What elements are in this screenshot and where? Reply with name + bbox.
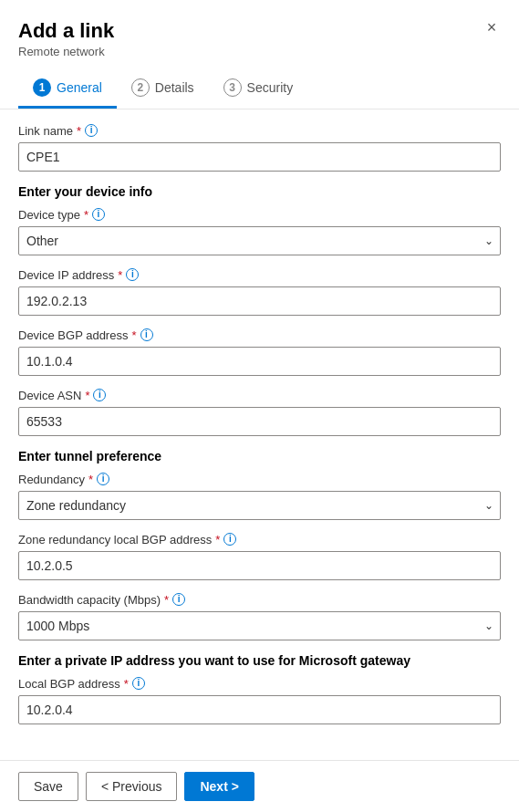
bandwidth-select-wrapper: 500 Mbps 1000 Mbps 2000 Mbps 5000 Mbps ⌄: [18, 611, 501, 640]
tab-security[interactable]: 3 Security: [209, 69, 308, 109]
zone-bgp-label: Zone redundancy local BGP address * i: [18, 533, 501, 547]
dialog-title: Add a link: [18, 18, 501, 45]
zone-bgp-input[interactable]: [18, 551, 501, 580]
device-ip-info-icon[interactable]: i: [126, 268, 139, 281]
required-star-6: *: [88, 473, 93, 486]
required-star-9: *: [124, 677, 129, 691]
tab-details-label: Details: [155, 80, 194, 95]
save-button[interactable]: Save: [18, 772, 78, 801]
required-star-2: *: [84, 208, 88, 222]
bandwidth-field-group: Bandwidth capacity (Mbps) * i 500 Mbps 1…: [18, 593, 501, 640]
device-type-select-wrapper: Other ⌄: [18, 226, 501, 255]
device-ip-input[interactable]: [18, 286, 501, 316]
close-button[interactable]: ×: [479, 15, 504, 40]
dialog-body: Link name * i Enter your device info Dev…: [0, 109, 519, 760]
tab-bar: 1 General 2 Details 3 Security: [18, 69, 501, 109]
device-bgp-field-group: Device BGP address * i: [18, 328, 501, 376]
device-type-field-group: Device type * i Other ⌄: [18, 208, 501, 255]
tab-general[interactable]: 1 General: [18, 69, 117, 109]
add-link-dialog: Add a link Remote network × 1 General 2 …: [0, 0, 519, 812]
tab-general-num: 1: [33, 78, 51, 97]
dialog-subtitle: Remote network: [18, 45, 501, 58]
device-bgp-input[interactable]: [18, 347, 501, 376]
redundancy-info-icon[interactable]: i: [97, 473, 109, 485]
required-star-4: *: [131, 328, 136, 342]
zone-bgp-info-icon[interactable]: i: [223, 533, 236, 546]
bandwidth-select[interactable]: 500 Mbps 1000 Mbps 2000 Mbps 5000 Mbps: [18, 611, 501, 640]
device-asn-input[interactable]: [18, 407, 501, 436]
local-bgp-label: Local BGP address * i: [18, 677, 501, 691]
device-type-select[interactable]: Other: [18, 226, 501, 255]
link-name-info-icon[interactable]: i: [85, 124, 98, 137]
device-type-label: Device type * i: [18, 208, 501, 222]
required-star-8: *: [164, 593, 169, 607]
device-ip-field-group: Device IP address * i: [18, 268, 501, 316]
device-asn-info-icon[interactable]: i: [93, 389, 106, 401]
redundancy-select[interactable]: Zone redundancy No redundancy: [18, 491, 501, 520]
redundancy-field-group: Redundancy * i Zone redundancy No redund…: [18, 473, 501, 520]
required-star-7: *: [215, 533, 220, 547]
link-name-field-group: Link name * i: [18, 124, 501, 172]
local-bgp-input[interactable]: [18, 695, 501, 724]
tab-details[interactable]: 2 Details: [117, 69, 209, 109]
required-star-3: *: [118, 268, 122, 282]
section1-heading: Enter your device info: [18, 184, 501, 199]
link-name-label: Link name * i: [18, 124, 501, 138]
zone-bgp-field-group: Zone redundancy local BGP address * i: [18, 533, 501, 580]
local-bgp-field-group: Local BGP address * i: [18, 677, 501, 724]
next-button[interactable]: Next >: [184, 772, 254, 801]
required-star-5: *: [85, 389, 89, 402]
section3-heading: Enter a private IP address you want to u…: [18, 653, 501, 668]
redundancy-label: Redundancy * i: [18, 473, 501, 486]
device-bgp-label: Device BGP address * i: [18, 328, 501, 342]
section2-heading: Enter tunnel preference: [18, 449, 501, 463]
device-asn-label: Device ASN * i: [18, 389, 501, 402]
local-bgp-info-icon[interactable]: i: [132, 677, 145, 690]
dialog-footer: Save < Previous Next >: [0, 760, 519, 812]
tab-details-num: 2: [131, 78, 150, 97]
bandwidth-label: Bandwidth capacity (Mbps) * i: [18, 593, 501, 607]
bandwidth-info-icon[interactable]: i: [172, 593, 185, 606]
device-bgp-info-icon[interactable]: i: [140, 328, 153, 341]
dialog-header: Add a link Remote network × 1 General 2 …: [0, 0, 519, 109]
tab-security-label: Security: [247, 80, 294, 95]
link-name-input[interactable]: [18, 142, 501, 172]
device-type-info-icon[interactable]: i: [92, 208, 105, 221]
tab-general-label: General: [57, 80, 102, 95]
device-asn-field-group: Device ASN * i: [18, 389, 501, 436]
device-ip-label: Device IP address * i: [18, 268, 501, 282]
previous-button[interactable]: < Previous: [86, 772, 178, 801]
redundancy-select-wrapper: Zone redundancy No redundancy ⌄: [18, 491, 501, 520]
required-star: *: [77, 124, 81, 138]
tab-security-num: 3: [223, 78, 242, 97]
